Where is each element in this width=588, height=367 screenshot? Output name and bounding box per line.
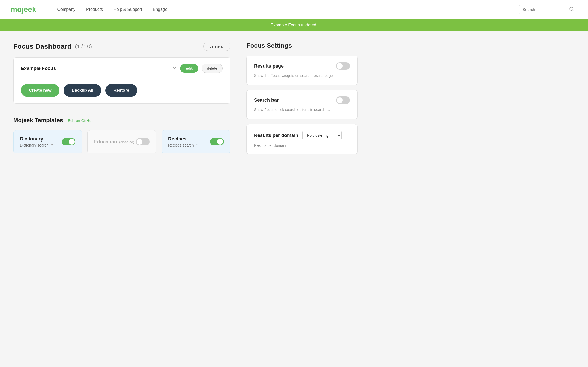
chevron-down-icon [172, 65, 177, 71]
recipes-toggle[interactable] [210, 138, 224, 145]
education-disabled-label: (disabled) [119, 140, 134, 144]
recipes-toggle-slider [210, 138, 224, 145]
notification-bar: Example Focus updated. [0, 19, 588, 31]
search-bar-card: Search bar Show Focus quick search optio… [246, 90, 358, 119]
template-card-recipes: Recipes Recipes search [162, 130, 230, 153]
rpd-desc: Results per domain [254, 143, 350, 148]
results-page-toggle[interactable] [336, 62, 350, 70]
chevron-down-icon-recipes [195, 143, 199, 147]
delete-focus-button[interactable]: delete [202, 64, 223, 73]
education-toggle[interactable] [136, 138, 150, 145]
template-info-education: Education (disabled) [94, 139, 134, 145]
rpd-header: Results per domain No clustering 1 2 3 5 [254, 131, 350, 140]
edit-focus-button[interactable]: edit [180, 64, 198, 73]
template-desc-row-dictionary: Dictionary search [20, 143, 54, 147]
restore-button[interactable]: Restore [105, 84, 137, 97]
nav-company[interactable]: Company [57, 7, 75, 12]
template-desc-dictionary: Dictionary search [20, 143, 48, 147]
dictionary-toggle-slider [62, 138, 75, 145]
edit-github-link[interactable]: Edit on GitHub [68, 118, 94, 123]
left-panel: Focus Dashboard (1 / 10) delete all Exam… [13, 42, 230, 159]
search-icon [569, 7, 574, 12]
template-desc-row-recipes: Recipes search [168, 143, 199, 147]
template-name-education: Education [94, 139, 117, 145]
education-toggle-slider [136, 138, 150, 145]
main-content: Focus Dashboard (1 / 10) delete all Exam… [0, 31, 371, 170]
search-bar-settings-header: Search bar [254, 96, 350, 104]
dashboard-count: (1 / 10) [75, 43, 92, 50]
dashboard-header: Focus Dashboard (1 / 10) delete all [13, 42, 230, 51]
nav-help-support[interactable]: Help & Support [113, 7, 142, 12]
results-page-title: Results page [254, 63, 284, 69]
dictionary-toggle[interactable] [62, 138, 75, 145]
template-name-dictionary: Dictionary [20, 136, 54, 142]
search-bar-toggle[interactable] [336, 96, 350, 104]
logo[interactable]: mojeek [11, 5, 36, 14]
results-page-card: Results page Show the Focus widgets on s… [246, 56, 358, 85]
right-panel: Focus Settings Results page Show the Foc… [246, 42, 358, 159]
results-page-desc: Show the Focus widgets on search results… [254, 73, 350, 78]
svg-line-1 [572, 10, 573, 11]
nav-engage[interactable]: Engage [153, 7, 167, 12]
main-nav: Company Products Help & Support Engage [57, 7, 519, 12]
results-page-toggle-slider [336, 62, 350, 70]
search-bar [519, 5, 577, 14]
backup-all-button[interactable]: Backup All [64, 84, 101, 97]
templates-section: Mojeek Templates Edit on GitHub Dictiona… [13, 117, 230, 153]
focus-actions: Create new Backup All Restore [21, 84, 223, 97]
focus-name: Example Focus [21, 66, 169, 71]
template-cards: Dictionary Dictionary search [13, 130, 230, 153]
dashboard-title: Focus Dashboard [13, 42, 72, 51]
template-card-education: Education (disabled) [87, 130, 156, 153]
template-info-dictionary: Dictionary Dictionary search [20, 136, 54, 147]
notification-message: Example Focus updated. [271, 23, 318, 27]
template-name-recipes: Recipes [168, 136, 199, 142]
templates-title: Mojeek Templates [13, 117, 63, 124]
delete-all-button[interactable]: delete all [203, 42, 230, 51]
rpd-title: Results per domain [254, 133, 298, 138]
focus-settings-title: Focus Settings [246, 42, 358, 49]
template-card-dictionary: Dictionary Dictionary search [13, 130, 82, 153]
chevron-down-icon-dictionary [50, 143, 54, 147]
header: mojeek Company Products Help & Support E… [0, 0, 588, 19]
create-new-button[interactable]: Create new [21, 84, 59, 97]
templates-header: Mojeek Templates Edit on GitHub [13, 117, 230, 124]
search-bar-settings-title: Search bar [254, 98, 279, 103]
search-bar-settings-desc: Show Focus quick search options in searc… [254, 107, 350, 113]
template-info-recipes: Recipes Recipes search [168, 136, 199, 147]
focus-card-header: Example Focus edit delete [21, 64, 223, 78]
results-per-domain-card: Results per domain No clustering 1 2 3 5… [246, 124, 358, 154]
results-page-header: Results page [254, 62, 350, 70]
search-input[interactable] [523, 7, 569, 12]
template-desc-recipes: Recipes search [168, 143, 194, 147]
nav-products[interactable]: Products [86, 7, 103, 12]
search-bar-toggle-slider [336, 96, 350, 104]
focus-card: Example Focus edit delete Create new Bac… [13, 57, 230, 104]
rpd-select[interactable]: No clustering 1 2 3 5 [302, 131, 342, 140]
